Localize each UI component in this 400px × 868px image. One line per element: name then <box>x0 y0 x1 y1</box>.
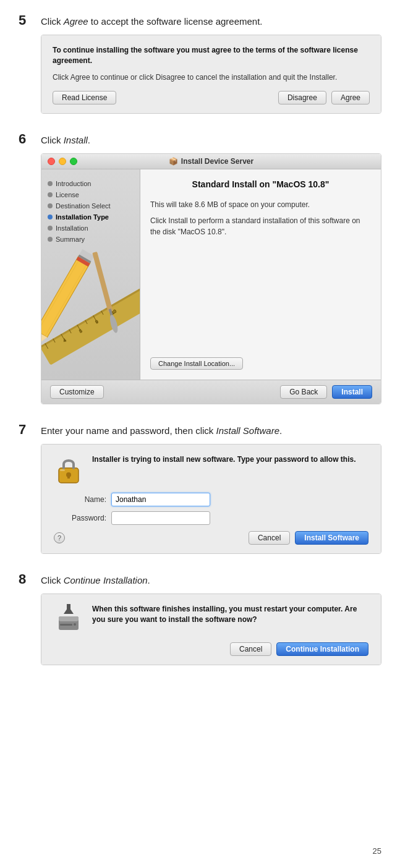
password-label: Password: <box>66 514 106 522</box>
dot-destination <box>48 203 53 208</box>
sidebar-label-introduction: Introduction <box>56 180 91 187</box>
svg-rect-30 <box>67 475 70 479</box>
svg-rect-35 <box>67 604 70 613</box>
sidebar-label-license: License <box>56 191 79 198</box>
step-5-suffix: to accept the software license agreement… <box>88 16 263 27</box>
sidebar-label-destination: Destination Select <box>56 202 111 210</box>
step-8-header: 8 Click Continue Installation. <box>19 571 381 587</box>
step-7-screenshot: Installer is trying to install new softw… <box>41 444 381 554</box>
step-6-number: 6 <box>19 131 36 147</box>
install-description: This will take 8.6 MB of space on your c… <box>150 199 371 351</box>
password-dialog-text: Installer is trying to install new softw… <box>92 454 356 465</box>
svg-point-37 <box>74 623 76 626</box>
step-5-header: 5 Click Agree to accept the software lic… <box>19 12 381 28</box>
cancel-button-step7[interactable]: Cancel <box>249 531 290 545</box>
step-6-suffix: . <box>88 135 90 145</box>
step-7-suffix: . <box>279 425 282 436</box>
step-6-instruction: Click Install. <box>41 135 90 145</box>
install-desc-line1: This will take 8.6 MB of space on your c… <box>150 199 371 210</box>
dot-summary <box>48 237 53 242</box>
step-5-prefix: Click <box>41 16 64 27</box>
pkg-icon: 📦 <box>169 157 178 166</box>
step-6-prefix: Click <box>41 135 64 145</box>
step-7-prefix: Enter your name and password, then click <box>41 425 216 436</box>
dialog-icon-row: Installer is trying to install new softw… <box>54 454 368 484</box>
continue-buttons: Cancel Continue Installation <box>230 642 368 656</box>
decorative-art: 4 5 9 10 <box>41 244 140 380</box>
lock-icon <box>54 454 83 484</box>
lock-svg <box>54 454 83 484</box>
name-input[interactable] <box>111 493 210 506</box>
go-back-button[interactable]: Go Back <box>280 385 327 399</box>
install-window: 📦 Install Device Server Introduction <box>41 154 381 404</box>
license-dialog: To continue installing the software you … <box>41 35 381 113</box>
sidebar-item-introduction: Introduction <box>41 178 140 189</box>
license-bold-text: To continue installing the software you … <box>53 45 370 66</box>
window-controls <box>48 158 77 165</box>
step-7-number: 7 <box>19 422 36 438</box>
customize-button[interactable]: Customize <box>50 385 104 399</box>
dot-installation <box>48 226 53 231</box>
window-footer: Customize Go Back Install <box>41 380 381 404</box>
install-bottom-area: Change Install Location... <box>150 357 371 370</box>
step-7-italic: Install Software <box>216 425 279 436</box>
minimize-button[interactable] <box>59 158 66 165</box>
svg-rect-36 <box>60 624 72 626</box>
password-row: Password: <box>54 511 368 525</box>
sidebar-label-summary: Summary <box>56 236 85 243</box>
step-8-screenshot: When this software finishes installing, … <box>41 594 381 665</box>
disagree-button[interactable]: Disagree <box>278 91 326 104</box>
step-8-suffix: . <box>148 575 150 585</box>
step-5-instruction: Click Agree to accept the software licen… <box>41 16 263 27</box>
window-body: Introduction License Destination Select <box>41 169 381 380</box>
step-8-section: 8 Click Continue Installation. <box>19 571 381 665</box>
continue-dialog-footer: Cancel Continue Installation <box>54 642 368 656</box>
maximize-button[interactable] <box>70 158 77 165</box>
continue-icon-row: When this software finishes installing, … <box>54 604 368 634</box>
footer-right-buttons: Go Back Install <box>280 385 372 399</box>
license-buttons: Read License Disagree Agree <box>53 91 370 104</box>
step-5-screenshot: To continue installing the software you … <box>41 35 381 114</box>
password-input[interactable] <box>111 511 210 525</box>
step-8-italic: Continue Installation <box>64 575 148 585</box>
help-button[interactable]: ? <box>54 532 65 543</box>
name-label: Name: <box>66 495 106 504</box>
disk-svg <box>54 604 83 634</box>
step-7-header: 7 Enter your name and password, then cli… <box>19 422 381 438</box>
sidebar-label-installation-type: Installation Type <box>56 213 109 221</box>
install-software-button[interactable]: Install Software <box>295 531 368 545</box>
continue-installation-button[interactable]: Continue Installation <box>276 642 368 656</box>
svg-rect-24 <box>92 252 113 313</box>
sidebar-item-installation: Installation <box>41 223 140 234</box>
change-install-location-button[interactable]: Change Install Location... <box>150 357 243 370</box>
step-7-section: 7 Enter your name and password, then cli… <box>19 422 381 554</box>
window-main-content: Standard Install on "MacOS 10.8" This wi… <box>140 169 381 380</box>
install-button[interactable]: Install <box>332 385 372 399</box>
svg-rect-31 <box>60 469 65 471</box>
dot-installation-type <box>48 215 53 219</box>
step-6-section: 6 Click Install. 📦 Install Device Server <box>19 131 381 404</box>
step-6-italic: Install <box>64 135 88 145</box>
step-8-instruction: Click Continue Installation. <box>41 575 150 585</box>
svg-rect-33 <box>59 616 79 621</box>
continue-dialog-text: When this software finishes installing, … <box>92 604 368 625</box>
sidebar-item-installation-type: Installation Type <box>41 211 140 223</box>
window-sidebar: Introduction License Destination Select <box>41 169 140 380</box>
sidebar-item-summary: Summary <box>41 234 140 245</box>
step-8-number: 8 <box>19 571 36 587</box>
read-license-button[interactable]: Read License <box>53 91 116 104</box>
step-6-header: 6 Click Install. <box>19 131 381 147</box>
cancel-button-step8[interactable]: Cancel <box>230 642 271 656</box>
step-5-section: 5 Click Agree to accept the software lic… <box>19 12 381 114</box>
pencil-ruler-svg: 4 5 9 10 <box>41 244 140 380</box>
sidebar-label-installation: Installation <box>56 224 88 232</box>
step-7-instruction: Enter your name and password, then click… <box>41 425 282 436</box>
step-8-prefix: Click <box>41 575 64 585</box>
window-titlebar: 📦 Install Device Server <box>41 154 381 169</box>
page-number: 25 <box>373 846 381 856</box>
name-row: Name: <box>54 493 368 506</box>
window-title-text: Install Device Server <box>181 157 253 166</box>
sidebar-item-destination: Destination Select <box>41 200 140 211</box>
close-button[interactable] <box>48 158 55 165</box>
agree-button[interactable]: Agree <box>331 91 370 104</box>
